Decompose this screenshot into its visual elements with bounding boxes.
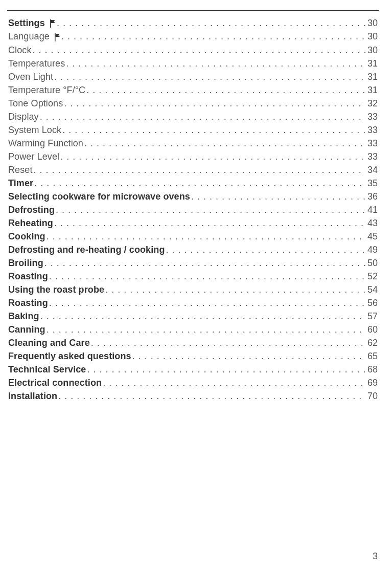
toc-entry-label: System Lock bbox=[8, 125, 61, 135]
toc-entry: Roasting56 bbox=[8, 298, 378, 307]
toc-leader-dots bbox=[55, 205, 365, 214]
svg-rect-1 bbox=[55, 33, 56, 41]
toc-entry-label: Installation bbox=[8, 391, 57, 401]
toc-entry-label: Tone Options bbox=[8, 99, 63, 108]
toc-entry-label: Warming Function bbox=[8, 139, 83, 148]
toc-entry-label: Reset bbox=[8, 165, 33, 174]
toc-entry-page: 33 bbox=[365, 125, 378, 135]
toc-entry-label: Frequently asked questions bbox=[8, 351, 131, 361]
toc-entry-label: Selecting cookware for microwave ovens bbox=[8, 192, 190, 201]
toc-leader-dots bbox=[60, 32, 365, 41]
toc-entry: Electrical connection69 bbox=[8, 378, 378, 387]
toc-entry: Technical Service68 bbox=[8, 365, 378, 374]
toc-leader-dots bbox=[59, 152, 365, 161]
toc-leader-dots bbox=[56, 18, 365, 28]
toc-entry-label: Oven Light bbox=[8, 72, 53, 81]
toc-leader-dots bbox=[86, 365, 365, 374]
toc-entry-page: 62 bbox=[365, 338, 378, 347]
toc-entry-label: Broiling bbox=[8, 258, 43, 268]
toc-leader-dots bbox=[90, 338, 365, 347]
toc-entry: Temperature °F/°C31 bbox=[8, 85, 378, 95]
toc-entry-label: Temperature °F/°C bbox=[8, 85, 85, 95]
toc-entry-label: Defrosting bbox=[8, 205, 55, 214]
toc-leader-dots bbox=[102, 378, 365, 387]
toc-entry-label: Cleaning and Care bbox=[8, 338, 90, 347]
toc-leader-dots bbox=[104, 285, 365, 294]
toc-entry-label: Canning bbox=[8, 325, 45, 334]
toc-leader-dots bbox=[57, 391, 365, 401]
toc-entry-label: Electrical connection bbox=[8, 378, 102, 387]
toc-entry: Clock30 bbox=[8, 46, 378, 55]
toc-entry-page: 41 bbox=[365, 205, 378, 214]
toc-entry-page: 31 bbox=[365, 72, 378, 81]
toc-leader-dots bbox=[43, 258, 365, 268]
toc-entry: Defrosting and re-heating / cooking49 bbox=[8, 245, 378, 254]
toc-entry-page: 31 bbox=[365, 85, 378, 95]
toc-entry: Cleaning and Care62 bbox=[8, 338, 378, 347]
page: Settings 30Language 30Clock30Temperature… bbox=[0, 0, 392, 572]
toc-entry-page: 30 bbox=[365, 46, 378, 55]
toc-entry: Broiling50 bbox=[8, 258, 378, 268]
toc-leader-dots bbox=[48, 272, 365, 281]
toc-leader-dots bbox=[45, 325, 365, 334]
flag-icon bbox=[50, 19, 56, 28]
toc-entry-label: Power Level bbox=[8, 152, 59, 161]
toc-entry-label: Reheating bbox=[8, 218, 53, 228]
toc-entry-label: Defrosting and re-heating / cooking bbox=[8, 245, 165, 254]
toc-entry-label: Clock bbox=[8, 46, 32, 55]
toc-leader-dots bbox=[39, 112, 365, 121]
toc-entry: Reset34 bbox=[8, 165, 378, 174]
toc-entry: Canning60 bbox=[8, 325, 378, 334]
toc-leader-dots bbox=[85, 85, 365, 95]
toc-entry: Defrosting41 bbox=[8, 205, 378, 214]
toc-entry-page: 32 bbox=[365, 99, 378, 108]
toc-leader-dots bbox=[131, 351, 365, 361]
toc-entry: Language 30 bbox=[8, 32, 378, 41]
toc-entry: System Lock33 bbox=[8, 125, 378, 135]
toc-entry-label: Temperatures bbox=[8, 59, 65, 68]
toc-entry-label: Settings bbox=[8, 18, 56, 28]
toc-entry-page: 30 bbox=[365, 18, 378, 28]
toc-entry-page: 33 bbox=[365, 112, 378, 121]
toc-entry-page: 45 bbox=[365, 232, 378, 241]
toc-entry-page: 68 bbox=[365, 365, 378, 374]
toc-entry-label: Roasting bbox=[8, 272, 48, 281]
toc-entry-page: 65 bbox=[365, 351, 378, 361]
toc-entry-page: 34 bbox=[365, 165, 378, 174]
toc-entry: Settings 30 bbox=[8, 18, 378, 28]
toc-entry: Baking57 bbox=[8, 312, 378, 321]
toc-entry: Cooking45 bbox=[8, 232, 378, 241]
top-rule bbox=[7, 10, 379, 11]
toc-entry: Tone Options32 bbox=[8, 99, 378, 108]
toc-entry-label: Technical Service bbox=[8, 365, 86, 374]
toc-entry: Warming Function33 bbox=[8, 139, 378, 148]
toc-entry: Selecting cookware for microwave ovens36 bbox=[8, 192, 378, 201]
toc-entry: Roasting52 bbox=[8, 272, 378, 281]
toc-entry: Frequently asked questions65 bbox=[8, 351, 378, 361]
toc-entry-page: 33 bbox=[365, 152, 378, 161]
toc-entry-label: Roasting bbox=[8, 298, 48, 307]
toc-leader-dots bbox=[65, 59, 365, 68]
toc-entry-label: Timer bbox=[8, 179, 33, 188]
toc-entry-page: 70 bbox=[365, 391, 378, 401]
toc-entry-page: 69 bbox=[365, 378, 378, 387]
toc-entry-page: 50 bbox=[365, 258, 378, 268]
toc-entry-page: 49 bbox=[365, 245, 378, 254]
toc-entry-label: Baking bbox=[8, 312, 39, 321]
toc-entry-label: Using the roast probe bbox=[8, 285, 104, 294]
toc-leader-dots bbox=[45, 232, 365, 241]
toc-leader-dots bbox=[53, 218, 365, 228]
svg-rect-0 bbox=[50, 19, 51, 28]
toc-entry-page: 43 bbox=[365, 218, 378, 228]
toc-entry: Temperatures31 bbox=[8, 59, 378, 68]
toc-entry-page: 57 bbox=[365, 312, 378, 321]
toc-entry: Oven Light31 bbox=[8, 72, 378, 81]
toc-entry: Power Level33 bbox=[8, 152, 378, 161]
toc-leader-dots bbox=[53, 72, 365, 81]
toc-entry: Display33 bbox=[8, 112, 378, 121]
toc-entry-page: 54 bbox=[365, 285, 378, 294]
flag-icon bbox=[54, 33, 60, 41]
toc-entry: Using the roast probe54 bbox=[8, 285, 378, 294]
toc-entry-page: 30 bbox=[365, 32, 378, 41]
table-of-contents: Settings 30Language 30Clock30Temperature… bbox=[8, 18, 378, 401]
